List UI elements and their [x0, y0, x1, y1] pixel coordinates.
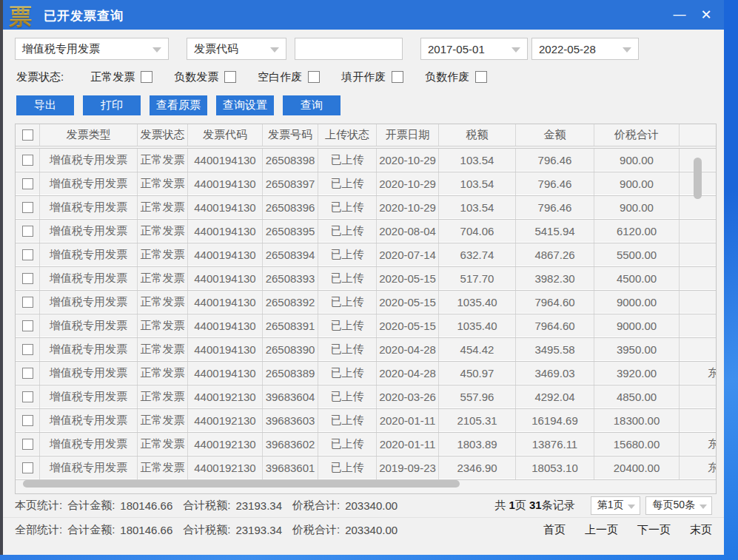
row-checkbox[interactable] — [22, 439, 33, 450]
toolbar-button[interactable]: 打印 — [83, 95, 141, 115]
cell-total: 900.00 — [594, 172, 680, 195]
status-checkbox[interactable] — [392, 71, 403, 83]
table-row[interactable]: 增值税专用发票 正常发票 4400194130 26508397 已上传 202… — [16, 172, 716, 196]
cell-amount: 796.46 — [516, 149, 594, 172]
cell-invoice-number: 39683604 — [263, 385, 318, 408]
window-left-edge — [0, 0, 3, 555]
cell-total: 20400.00 — [594, 456, 680, 479]
row-checkbox[interactable] — [22, 202, 33, 213]
table-row[interactable]: 增值税专用发票 正常发票 4400192130 39683604 已上传 202… — [16, 385, 716, 409]
date-to-select[interactable]: 2022-05-28 — [531, 38, 639, 60]
row-checkbox[interactable] — [22, 297, 33, 308]
table-row[interactable]: 增值税专用发票 正常发票 4400194130 26508394 已上传 202… — [16, 243, 716, 267]
footer-divider — [3, 517, 724, 518]
status-option[interactable]: 负数作废 — [425, 70, 487, 84]
row-checkbox[interactable] — [22, 320, 33, 331]
tax-value: 23193.34 — [235, 524, 282, 536]
toolbar-button[interactable]: 导出 — [16, 95, 74, 115]
vertical-scrollbar-thumb[interactable] — [694, 158, 702, 199]
amount-label: 合计金额: — [67, 523, 115, 537]
status-option[interactable]: 负数发票 — [174, 70, 236, 84]
horizontal-scrollbar-thumb[interactable] — [23, 480, 460, 488]
row-checkbox[interactable] — [22, 462, 33, 473]
cell-invoice-number: 26508392 — [263, 291, 318, 314]
cell-amount: 4292.04 — [516, 385, 594, 408]
row-checkbox[interactable] — [22, 391, 33, 402]
cell-amount: 3982.30 — [516, 267, 594, 290]
cell-invoice-number: 26508396 — [263, 196, 318, 219]
app-logo-icon: 票 — [9, 1, 32, 33]
cell-invoice-date: 2020-01-11 — [377, 409, 439, 432]
table-row[interactable]: 增值税专用发票 正常发票 4400194130 26508398 已上传 202… — [16, 149, 716, 172]
row-checkbox[interactable] — [22, 178, 33, 189]
table-row[interactable]: 增值税专用发票 正常发票 4400192130 39683601 已上传 201… — [16, 456, 716, 480]
status-checkbox[interactable] — [475, 71, 487, 83]
code-search-input[interactable] — [295, 38, 403, 60]
cell-invoice-code: 4400194130 — [188, 314, 263, 337]
page-number-select[interactable]: 第1页 — [591, 496, 641, 515]
row-checkbox[interactable] — [22, 344, 33, 355]
cell-total: 3920.00 — [594, 362, 680, 385]
code-field-select[interactable]: 发票代码 — [187, 38, 286, 60]
row-checkbox[interactable] — [22, 415, 33, 426]
col-upload-status: 上传状态 — [318, 124, 377, 146]
total-value: 203340.00 — [345, 524, 397, 536]
total-label: 价税合计: — [292, 523, 340, 537]
cell-total: 18300.00 — [594, 409, 680, 432]
table-row[interactable]: 增值税专用发票 正常发票 4400194130 26508389 已上传 202… — [16, 362, 716, 385]
toolbar-button[interactable]: 查询设置 — [216, 95, 274, 115]
cell-extra — [680, 338, 716, 361]
table-header-row: 发票类型 发票状态 发票代码 发票号码 上传状态 开票日期 税额 金额 价税合计 — [16, 124, 716, 146]
table-row[interactable]: 增值税专用发票 正常发票 4400192130 39683602 已上传 202… — [16, 433, 716, 456]
table-row[interactable]: 增值税专用发票 正常发票 4400194130 26508391 已上传 202… — [16, 314, 716, 338]
cell-invoice-number: 26508393 — [263, 267, 318, 290]
row-checkbox[interactable] — [22, 249, 33, 260]
table-row[interactable]: 增值税专用发票 正常发票 4400194130 26508393 已上传 202… — [16, 267, 716, 291]
table-row[interactable]: 增值税专用发票 正常发票 4400194130 26508390 已上传 202… — [16, 338, 716, 362]
table-row[interactable]: 增值税专用发票 正常发票 4400194130 26508396 已上传 202… — [16, 196, 716, 220]
table-row[interactable]: 增值税专用发票 正常发票 4400194130 26508392 已上传 202… — [16, 291, 716, 314]
pagination-link[interactable]: 末页 — [690, 523, 712, 537]
toolbar: 导出 打印 查看原票 查询设置 查询 — [16, 95, 349, 115]
table-row[interactable]: 增值税专用发票 正常发票 4400194130 26508395 已上传 202… — [16, 220, 716, 243]
col-total: 价税合计 — [594, 124, 680, 146]
status-option[interactable]: 空白作废 — [258, 70, 320, 84]
cell-upload-status: 已上传 — [318, 314, 377, 337]
close-button[interactable]: ✕ — [696, 6, 717, 24]
cell-upload-status: 已上传 — [318, 291, 377, 314]
cell-total: 9000.00 — [594, 291, 680, 314]
page-count: 1 — [509, 499, 514, 511]
row-checkbox[interactable] — [22, 368, 33, 379]
toolbar-button[interactable]: 查询 — [283, 95, 341, 115]
pagination-link[interactable]: 首页 — [543, 523, 566, 537]
table-row[interactable]: 增值税专用发票 正常发票 4400192130 39683603 已上传 202… — [16, 409, 716, 433]
page-size-select[interactable]: 每页50条 — [645, 496, 712, 515]
cell-invoice-date: 2020-08-04 — [377, 220, 439, 243]
total-value: 203340.00 — [345, 499, 397, 512]
pagination-link[interactable]: 上一页 — [585, 523, 618, 537]
invoice-type-select[interactable]: 增值税专用发票 — [15, 38, 169, 60]
status-option[interactable]: 正常发票 — [90, 70, 152, 84]
status-option-label: 空白作废 — [258, 70, 302, 84]
select-all-checkbox[interactable] — [22, 129, 33, 141]
minimize-button[interactable]: — — [669, 6, 690, 24]
status-checkbox[interactable] — [141, 71, 152, 83]
row-checkbox[interactable] — [22, 155, 33, 166]
toolbar-button[interactable]: 查看原票 — [150, 95, 207, 115]
cell-invoice-status: 正常发票 — [138, 172, 188, 195]
pagination-link[interactable]: 下一页 — [637, 523, 671, 537]
cell-tax: 557.96 — [439, 385, 516, 408]
row-checkbox[interactable] — [22, 226, 33, 237]
record-count: 31 — [529, 499, 542, 511]
cell-invoice-date: 2020-07-14 — [377, 243, 439, 266]
status-checkbox[interactable] — [308, 71, 320, 83]
cell-invoice-date: 2020-04-28 — [377, 362, 439, 385]
cell-extra — [680, 220, 716, 243]
col-tax: 税额 — [439, 124, 516, 146]
row-checkbox[interactable] — [22, 273, 33, 284]
status-option[interactable]: 填开作废 — [341, 70, 403, 84]
status-checkbox[interactable] — [224, 71, 236, 83]
cell-invoice-type: 增值税专用发票 — [40, 149, 138, 172]
date-from-select[interactable]: 2017-05-01 — [420, 38, 528, 60]
cell-invoice-code: 4400192130 — [188, 409, 263, 432]
